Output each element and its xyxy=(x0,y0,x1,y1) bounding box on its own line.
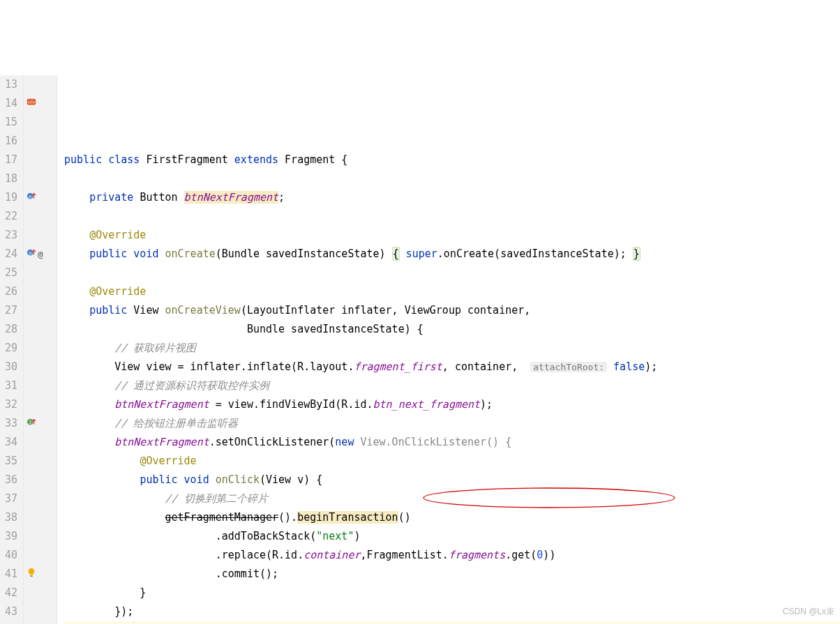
impl-up-icon[interactable]: I xyxy=(27,414,36,433)
gutter-icon-row xyxy=(24,226,57,245)
code-line[interactable]: getFragmentManager().beginTransaction() xyxy=(64,508,840,527)
line-number[interactable]: 14 xyxy=(0,94,17,113)
code-line[interactable]: // 切换到第二个碎片 xyxy=(64,489,840,508)
line-number[interactable]: 13 xyxy=(0,75,17,94)
code-token xyxy=(400,248,406,260)
code-token: void xyxy=(133,248,165,260)
code-token: fragment_first xyxy=(354,360,442,373)
code-token: onClick xyxy=(216,473,260,486)
line-number[interactable]: 17 xyxy=(0,151,17,169)
line-number[interactable]: 26 xyxy=(0,282,17,301)
code-line[interactable]: .commit(); xyxy=(64,565,840,584)
at-icon[interactable]: @ xyxy=(38,245,43,264)
line-number[interactable]: 19 xyxy=(0,188,17,207)
line-number[interactable]: 35 xyxy=(0,452,17,471)
code-token xyxy=(64,473,140,486)
gutter-icon-row xyxy=(24,75,57,94)
code-line[interactable]: // 给按钮注册单击监听器 xyxy=(64,414,840,433)
code-token: (). xyxy=(278,511,297,524)
override-up-icon[interactable]: o xyxy=(27,245,36,264)
code-line[interactable]: btnNextFragment.setOnClickListener(new V… xyxy=(64,433,840,452)
line-number[interactable]: 34 xyxy=(0,433,17,452)
code-line[interactable]: public void onClick(View v) { xyxy=(64,471,840,489)
line-number[interactable]: 15 xyxy=(0,113,17,132)
code-line[interactable]: btnNextFragment = view.findViewById(R.id… xyxy=(64,395,840,414)
line-number[interactable]: 28 xyxy=(0,320,17,339)
line-number[interactable]: 22 xyxy=(0,207,17,226)
line-number[interactable]: 33 xyxy=(0,414,17,433)
code-token: = view.findViewById(R.id. xyxy=(209,398,373,411)
code-line[interactable]: @Override xyxy=(64,282,840,301)
code-line[interactable]: // 获取碎片视图 xyxy=(64,339,840,358)
code-token: { xyxy=(392,247,400,261)
line-number[interactable]: 44 xyxy=(0,621,17,624)
gutter-icon-row xyxy=(24,320,57,339)
code-editor[interactable]: 1314151617181922232425262728293031323334… xyxy=(0,75,840,624)
code-token: extends xyxy=(234,153,285,166)
code-token: onCreate xyxy=(165,248,216,260)
line-number[interactable]: 43 xyxy=(0,602,17,621)
line-number[interactable]: 41 xyxy=(0,565,17,584)
line-number[interactable]: 29 xyxy=(0,339,17,358)
code-token: View view = inflater.inflate(R.layout. xyxy=(64,360,354,373)
class-icon[interactable]: </> xyxy=(27,94,36,113)
code-token: }); xyxy=(64,605,133,618)
svg-text:o: o xyxy=(29,194,31,199)
line-number[interactable]: 32 xyxy=(0,395,17,414)
line-number[interactable]: 36 xyxy=(0,471,17,489)
code-line[interactable]: // 通过资源标识符获取控件实例 xyxy=(64,376,840,395)
code-token: (Bundle savedInstanceState) xyxy=(216,248,392,260)
line-number-gutter[interactable]: 1314151617181922232425262728293031323334… xyxy=(0,75,24,624)
code-line[interactable] xyxy=(64,169,840,188)
code-line[interactable]: public void onCreate(Bundle savedInstanc… xyxy=(64,245,840,264)
line-number[interactable]: 27 xyxy=(0,301,17,320)
code-token xyxy=(64,379,114,392)
line-number[interactable]: 25 xyxy=(0,264,17,282)
override-up-icon[interactable]: o xyxy=(27,188,36,207)
code-token: private xyxy=(89,191,140,204)
code-line[interactable] xyxy=(64,207,840,226)
line-number[interactable]: 16 xyxy=(0,132,17,151)
code-token: FirstFragment xyxy=(146,153,234,166)
code-line[interactable]: }); xyxy=(64,602,840,621)
code-token: Button xyxy=(140,191,183,204)
code-token: .replace(R.id. xyxy=(64,549,303,561)
gutter-icons-column[interactable]: </>oo@I xyxy=(24,75,57,624)
code-token: .setOnClickListener( xyxy=(209,436,336,448)
code-line[interactable]: @Override xyxy=(64,452,840,471)
line-number[interactable]: 40 xyxy=(0,546,17,565)
code-line[interactable]: Bundle savedInstanceState) { xyxy=(64,320,840,339)
code-line[interactable]: .replace(R.id.container,FragmentList.fra… xyxy=(64,546,840,565)
gutter-icon-row xyxy=(24,471,57,489)
code-token: )) xyxy=(543,549,555,561)
code-line[interactable]: View view = inflater.inflate(R.layout.fr… xyxy=(64,358,840,376)
code-line[interactable]: @Override xyxy=(64,226,840,245)
code-line[interactable]: .addToBackStack("next") xyxy=(64,527,840,546)
code-token: ,FragmentList. xyxy=(360,549,448,561)
code-token xyxy=(64,511,165,524)
line-number[interactable]: 30 xyxy=(0,358,17,376)
gutter-icon-row xyxy=(24,602,57,621)
code-token: ; xyxy=(278,191,285,204)
line-number[interactable]: 24 xyxy=(0,245,17,264)
code-line[interactable] xyxy=(64,132,840,151)
line-number[interactable]: 18 xyxy=(0,169,17,188)
code-line[interactable]: public class FirstFragment extends Fragm… xyxy=(64,151,840,169)
line-number[interactable]: 38 xyxy=(0,508,17,527)
code-token xyxy=(64,436,114,448)
bulb-icon[interactable] xyxy=(27,565,36,584)
code-area[interactable]: public class FirstFragment extends Fragm… xyxy=(57,75,840,624)
code-token: public xyxy=(64,153,108,166)
code-line[interactable]: public View onCreateView(LayoutInflater … xyxy=(64,301,840,320)
line-number[interactable]: 31 xyxy=(0,376,17,395)
code-token xyxy=(64,304,89,317)
code-line[interactable]: } xyxy=(64,584,840,602)
gutter-icon-row xyxy=(24,376,57,395)
code-line[interactable]: // 返回碎片视图 xyxy=(64,621,840,624)
line-number[interactable]: 39 xyxy=(0,527,17,546)
code-line[interactable]: private Button btnNextFragment; xyxy=(64,188,840,207)
line-number[interactable]: 42 xyxy=(0,584,17,602)
line-number[interactable]: 37 xyxy=(0,489,17,508)
line-number[interactable]: 23 xyxy=(0,226,17,245)
code-line[interactable] xyxy=(64,264,840,282)
